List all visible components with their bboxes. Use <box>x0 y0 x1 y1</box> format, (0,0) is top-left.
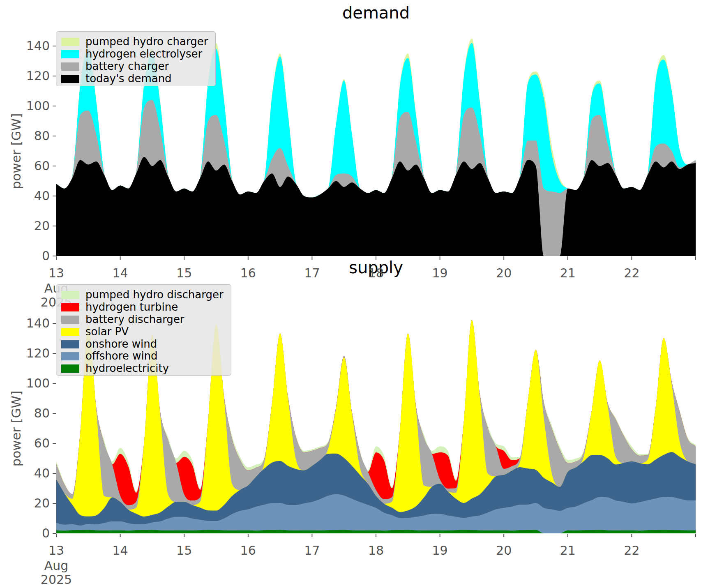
x-tick-label: 19 <box>432 266 448 280</box>
supply-area-hydroelectricity <box>56 530 696 533</box>
y-tick-label: 140 <box>26 316 50 330</box>
x-tick-label: 21 <box>560 543 576 558</box>
legend-swatch-icon <box>61 303 79 311</box>
legend-label: onshore wind <box>85 338 157 350</box>
y-tick-label: 0 <box>42 526 50 540</box>
demand-legend: pumped hydro chargerhydrogen electrolyse… <box>56 31 216 86</box>
energy-dispatch-figure: demand supply power [GW] power [GW] 1314… <box>0 0 701 588</box>
legend-swatch-icon <box>61 352 79 360</box>
y-tick-label: 40 <box>34 466 50 480</box>
x-tick-label: 20 <box>496 543 512 558</box>
x-tick-label: 14 <box>113 266 128 280</box>
legend-label: offshore wind <box>85 350 158 362</box>
y-tick-label: 80 <box>34 129 50 143</box>
legend-label: solar PV <box>85 326 129 338</box>
y-tick-label: 120 <box>26 346 50 360</box>
supply-x-axis: 13141516171819202122Aug2025 <box>41 534 696 587</box>
y-tick-label: 0 <box>42 249 50 263</box>
x-axis-month-label: Aug <box>44 558 69 573</box>
x-tick-label: 20 <box>496 266 512 280</box>
x-tick-label: 16 <box>240 266 256 280</box>
legend-label: pumped hydro discharger <box>85 289 224 301</box>
x-tick-label: 15 <box>176 266 192 280</box>
x-tick-label: 18 <box>368 266 384 280</box>
legend-label: today's demand <box>85 73 172 85</box>
legend-swatch-icon <box>61 62 79 71</box>
y-tick-label: 20 <box>34 496 50 510</box>
legend-swatch-icon <box>61 75 79 83</box>
x-tick-label: 13 <box>48 266 64 280</box>
legend-swatch-icon <box>61 364 79 373</box>
x-tick-label: 16 <box>240 543 256 558</box>
legend-item-hydrogen-electrolyser: hydrogen electrolyser <box>61 48 208 60</box>
x-tick-label: 15 <box>176 543 192 558</box>
legend-swatch-icon <box>61 340 79 348</box>
x-tick-label: 18 <box>368 543 384 558</box>
supply-y-axis: 020406080100120140 <box>26 316 56 540</box>
x-tick-label: 17 <box>304 543 320 558</box>
legend-label: hydrogen turbine <box>85 301 178 314</box>
x-tick-label: 22 <box>624 543 639 558</box>
legend-label: battery charger <box>85 60 169 73</box>
legend-label: hydrogen electrolyser <box>85 48 202 60</box>
x-axis-year-label: 2025 <box>41 572 72 587</box>
x-tick-label: 14 <box>113 543 128 558</box>
legend-item-battery-charger: battery charger <box>61 60 208 73</box>
legend-label: pumped hydro charger <box>85 36 208 48</box>
y-tick-label: 40 <box>34 189 50 203</box>
y-tick-label: 80 <box>34 406 50 420</box>
legend-swatch-icon <box>61 316 79 324</box>
legend-item-hydroelectricity: hydroelectricity <box>61 362 224 375</box>
legend-item-onshore-wind: onshore wind <box>61 338 224 350</box>
y-tick-label: 20 <box>34 219 50 233</box>
legend-swatch-icon <box>61 50 79 58</box>
legend-item-battery-discharger: battery discharger <box>61 314 224 326</box>
legend-item-hydrogen-turbine: hydrogen turbine <box>61 301 224 314</box>
legend-item-pumped-hydro-discharger: pumped hydro discharger <box>61 289 224 301</box>
y-tick-label: 120 <box>26 69 50 83</box>
y-tick-label: 140 <box>26 39 50 53</box>
legend-swatch-icon <box>61 38 79 46</box>
legend-label: battery discharger <box>85 314 184 326</box>
legend-swatch-icon <box>61 291 79 299</box>
legend-item-offshore-wind: offshore wind <box>61 350 224 362</box>
x-tick-label: 17 <box>304 266 320 280</box>
x-tick-label: 13 <box>48 543 64 558</box>
legend-item-pumped-hydro-charger: pumped hydro charger <box>61 36 208 48</box>
y-tick-label: 60 <box>34 436 50 450</box>
x-tick-label: 21 <box>560 266 576 280</box>
y-tick-label: 100 <box>26 376 50 390</box>
legend-swatch-icon <box>61 328 79 336</box>
y-tick-label: 100 <box>26 99 50 113</box>
x-tick-label: 22 <box>624 266 639 280</box>
y-tick-label: 60 <box>34 159 50 173</box>
supply-legend: pumped hydro dischargerhydrogen turbineb… <box>56 284 231 376</box>
demand-area-today-s-demand <box>56 157 696 256</box>
demand-y-axis: 020406080100120140 <box>26 39 56 263</box>
legend-item-solar-pv: solar PV <box>61 326 224 338</box>
x-tick-label: 19 <box>432 543 448 558</box>
legend-label: hydroelectricity <box>85 362 169 375</box>
legend-item-today-s-demand: today's demand <box>61 73 208 85</box>
